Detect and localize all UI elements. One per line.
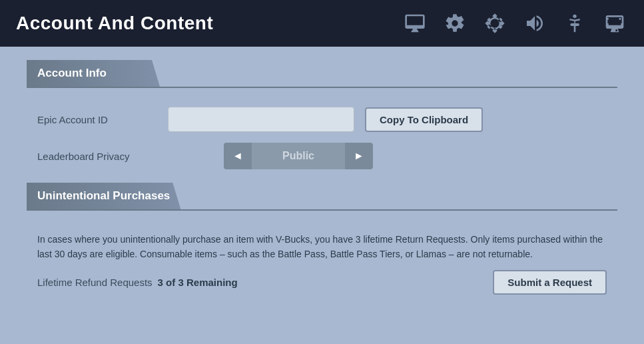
purchases-description: In cases where you unintentionally purch… bbox=[27, 221, 617, 267]
refund-row: Lifetime Refund Requests 3 of 3 Remainin… bbox=[27, 267, 617, 297]
copy-to-clipboard-button[interactable]: Copy To Clipboard bbox=[365, 107, 483, 132]
refund-count: 3 of 3 Remaining bbox=[158, 277, 238, 288]
purchases-divider bbox=[27, 209, 617, 211]
monitor-icon[interactable] bbox=[402, 10, 428, 37]
epic-id-row: Epic Account ID Copy To Clipboard bbox=[27, 99, 617, 140]
svg-point-0 bbox=[573, 15, 576, 18]
refund-row-inner: Lifetime Refund Requests 3 of 3 Remainin… bbox=[37, 270, 607, 295]
refund-label: Lifetime Refund Requests bbox=[37, 277, 153, 288]
privacy-controls: ◄ Public ► bbox=[224, 143, 373, 169]
accessibility-icon[interactable] bbox=[561, 10, 588, 37]
purchases-section: Unintentional Purchases In cases where y… bbox=[27, 183, 617, 297]
account-info-header: Account Info bbox=[27, 60, 160, 87]
submit-request-button[interactable]: Submit a Request bbox=[493, 270, 607, 295]
purchases-header: Unintentional Purchases bbox=[27, 183, 180, 209]
leaderboard-row: Leaderboard Privacy ◄ Public ► bbox=[27, 140, 617, 180]
volume-icon[interactable] bbox=[521, 10, 548, 37]
privacy-value: Public bbox=[252, 143, 345, 169]
content-area: Account Info Epic Account ID Copy To Cli… bbox=[0, 47, 644, 311]
page-title: Account And Content bbox=[16, 13, 213, 34]
brightness-icon[interactable] bbox=[482, 10, 508, 37]
privacy-arrow-left[interactable]: ◄ bbox=[224, 143, 252, 169]
epic-id-label: Epic Account ID bbox=[37, 114, 157, 125]
leaderboard-label: Leaderboard Privacy bbox=[37, 151, 157, 162]
account-info-section: Account Info Epic Account ID Copy To Cli… bbox=[27, 60, 617, 180]
epic-id-value bbox=[168, 107, 354, 132]
top-bar: Account And Content bbox=[0, 0, 644, 47]
gear-icon[interactable] bbox=[442, 10, 468, 37]
nav-icons bbox=[402, 10, 628, 37]
network-icon[interactable] bbox=[601, 10, 628, 37]
privacy-arrow-right[interactable]: ► bbox=[345, 143, 373, 169]
section-divider bbox=[27, 87, 617, 88]
